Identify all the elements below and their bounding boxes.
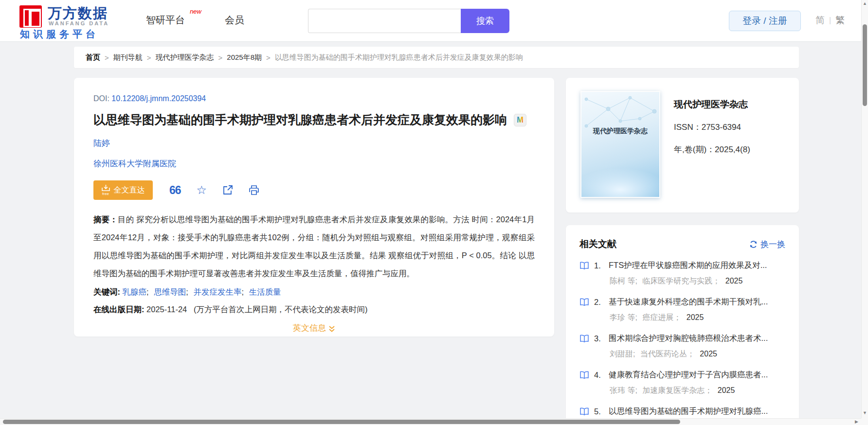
related-item-source[interactable]: 加速康复医学杂志； bbox=[642, 386, 712, 394]
breadcrumb-separator: > bbox=[105, 53, 109, 62]
related-item-year: 2025 bbox=[718, 386, 735, 394]
keyword-separator: ; bbox=[241, 287, 244, 296]
journal-name[interactable]: 现代护理医学杂志 bbox=[674, 98, 750, 111]
cover-network-art bbox=[581, 92, 659, 150]
keyword-link[interactable]: 乳腺癌 bbox=[123, 287, 147, 296]
journal-info: 现代护理医学杂志 ISSN：2753-6394 年,卷(期)：2025,4(8) bbox=[674, 98, 750, 155]
search-bar: 搜索 bbox=[308, 9, 509, 33]
related-item: 4. 健康教育结合心理护理对于子宫内膜癌患者... 张玮 等; 加速康复医学杂志… bbox=[579, 370, 785, 396]
related-item-source[interactable]: 临床医学研究与实践； bbox=[642, 277, 720, 285]
author-link[interactable]: 陆婷 bbox=[93, 139, 110, 148]
online-pubdate-row: 在线出版日期: 2025-11-24 (万方平台首次上网日期，不代表论文的发表时… bbox=[93, 304, 535, 315]
keyword-link[interactable]: 生活质量 bbox=[249, 287, 281, 296]
article-detail-card: DOI: 10.12208/j.jmnm.20250394 以思维导图为基础的围… bbox=[74, 78, 554, 336]
nav-member-label: 会员 bbox=[225, 15, 244, 25]
refresh-label: 换一换 bbox=[760, 239, 785, 250]
nav-item-zhiyan[interactable]: 智研平台 new bbox=[146, 14, 185, 27]
related-item-number: 5. bbox=[594, 407, 609, 416]
refresh-related-button[interactable]: 换一换 bbox=[749, 239, 785, 250]
metrics-m-badge-icon[interactable]: M bbox=[514, 114, 526, 126]
volume-label: 年,卷(期)： bbox=[674, 145, 715, 154]
refresh-icon bbox=[749, 240, 758, 248]
related-item-authors[interactable]: 张玮 等; bbox=[610, 386, 637, 394]
breadcrumb-separator: > bbox=[218, 53, 223, 62]
related-item-title[interactable]: FTS护理在甲状腺癌围术期的应用效果及对... bbox=[609, 260, 785, 271]
scroll-up-arrow-icon[interactable]: ▲ bbox=[862, 1, 868, 6]
abstract-paragraph: 摘要：目的 探究分析以思维导图为基础的围手术期护理对乳腺癌患者术后并发症及康复效… bbox=[93, 211, 535, 283]
free-label: free bbox=[102, 192, 109, 196]
scroll-right-arrow-icon[interactable]: ▶ bbox=[855, 419, 858, 424]
institution-row: 徐州医科大学附属医院 bbox=[93, 158, 535, 169]
related-title: 相关文献 bbox=[579, 238, 616, 250]
abstract-label: 摘要： bbox=[93, 215, 118, 224]
related-item-title[interactable]: 健康教育结合心理护理对于子宫内膜癌患者... bbox=[609, 370, 785, 380]
pubdate-note: (万方平台首次上网日期，不代表论文的发表时间) bbox=[194, 305, 368, 314]
book-icon bbox=[579, 298, 589, 306]
related-item-authors[interactable]: 李珍 等; bbox=[610, 313, 637, 321]
issn-label: ISSN： bbox=[674, 123, 702, 132]
related-item-number: 1. bbox=[594, 261, 609, 270]
related-item-number: 2. bbox=[594, 298, 609, 307]
related-item-title[interactable]: 基于快速康复外科理念的围手术期干预对乳... bbox=[609, 297, 785, 307]
vertical-scrollbar[interactable]: ▲ ▼ bbox=[861, 0, 868, 425]
doi-row: DOI: 10.12208/j.jmnm.20250394 bbox=[93, 94, 535, 103]
related-item-source[interactable]: 当代医药论丛； bbox=[640, 350, 695, 358]
abstract-text: 目的 探究分析以思维导图为基础的围手术期护理对乳腺癌患者术后并发症及康复效果的影… bbox=[93, 215, 535, 278]
nav-zhiyan-label: 智研平台 bbox=[146, 15, 185, 25]
vertical-scrollbar-thumb[interactable] bbox=[863, 24, 867, 106]
lang-divider: | bbox=[829, 16, 831, 25]
related-item-title[interactable]: 围术期综合护理对胸腔镜肺癌根治术患者术... bbox=[609, 333, 785, 344]
breadcrumb-journal-nav[interactable]: 期刊导航 bbox=[113, 53, 143, 62]
horizontal-scrollbar-thumb[interactable] bbox=[3, 420, 680, 424]
chevron-double-down-icon bbox=[328, 325, 335, 333]
keywords-label: 关键词: bbox=[93, 287, 123, 296]
share-export-icon[interactable] bbox=[222, 185, 233, 195]
brand-tagline: 知识服务平台 bbox=[20, 28, 99, 41]
english-info-toggle[interactable]: 英文信息 bbox=[93, 322, 535, 334]
breadcrumb-journal[interactable]: 现代护理医学杂志 bbox=[156, 53, 214, 62]
m-badge-letter: M bbox=[517, 116, 523, 124]
article-title-text: 以思维导图为基础的围手术期护理对乳腺癌患者术后并发症及康复效果的影响 bbox=[93, 113, 507, 126]
horizontal-scrollbar[interactable]: ▶ bbox=[0, 418, 861, 425]
keyword-link[interactable]: 并发症发生率 bbox=[193, 287, 241, 296]
related-item: 3. 围术期综合护理对胸腔镜肺癌根治术患者术... 刘甜甜; 当代医药论丛； 2… bbox=[579, 333, 785, 359]
keyword-link[interactable]: 思维导图 bbox=[154, 287, 186, 296]
breadcrumb-home[interactable]: 首页 bbox=[86, 53, 100, 62]
breadcrumb-issue[interactable]: 2025年8期 bbox=[227, 53, 262, 62]
journal-volume-row: 年,卷(期)：2025,4(8) bbox=[674, 144, 750, 155]
related-item-authors[interactable]: 陈柯 等; bbox=[610, 277, 637, 285]
article-title: 以思维导图为基础的围手术期护理对乳腺癌患者术后并发症及康复效果的影响M bbox=[93, 112, 535, 127]
related-item: 1. FTS护理在甲状腺癌围术期的应用效果及对... 陈柯 等; 临床医学研究与… bbox=[579, 260, 785, 286]
language-switch: 简 | 繁 bbox=[815, 14, 845, 27]
favorite-star-icon[interactable]: ☆ bbox=[197, 183, 207, 197]
fulltext-access-button[interactable]: free 全文直达 bbox=[93, 180, 153, 200]
related-item-year: 2025 bbox=[687, 313, 704, 321]
nav-item-member[interactable]: 会员 bbox=[225, 14, 244, 27]
login-register-button[interactable]: 登录 / 注册 bbox=[729, 11, 801, 31]
lang-traditional[interactable]: 繁 bbox=[835, 14, 845, 27]
related-item-source[interactable]: 癌症进展； bbox=[642, 313, 681, 321]
related-item-authors[interactable]: 刘甜甜; bbox=[610, 350, 635, 358]
issn-value: 2753-6394 bbox=[702, 123, 741, 132]
english-info-label: 英文信息 bbox=[293, 323, 326, 333]
wanfang-logo-icon[interactable] bbox=[19, 5, 42, 28]
related-item-number: 4. bbox=[594, 371, 609, 380]
keywords-row: 关键词: 乳腺癌; 思维导图; 并发症发生率; 生活质量 bbox=[93, 287, 535, 298]
keyword-separator: ; bbox=[146, 287, 149, 296]
journal-cover-image[interactable]: 现代护理医学杂志 bbox=[580, 91, 660, 198]
book-icon bbox=[579, 335, 589, 343]
cite-icon[interactable]: 66 bbox=[169, 184, 181, 197]
lang-simplified[interactable]: 简 bbox=[815, 14, 825, 27]
book-icon bbox=[579, 407, 589, 416]
doi-link[interactable]: 10.12208/j.jmnm.20250394 bbox=[111, 94, 206, 103]
fulltext-button-label: 全文直达 bbox=[114, 185, 145, 195]
search-button[interactable]: 搜索 bbox=[461, 9, 509, 33]
related-item-title[interactable]: 以思维导图为基础的围手术期护理对乳腺癌... bbox=[609, 406, 785, 417]
search-input[interactable] bbox=[308, 9, 461, 33]
print-icon[interactable] bbox=[249, 185, 259, 195]
scroll-down-arrow-icon[interactable]: ▼ bbox=[862, 410, 868, 415]
journal-issn-row: ISSN：2753-6394 bbox=[674, 122, 750, 133]
cover-glow bbox=[580, 168, 660, 198]
volume-value: 2025,4(8) bbox=[715, 145, 750, 154]
institution-link[interactable]: 徐州医科大学附属医院 bbox=[93, 159, 176, 168]
